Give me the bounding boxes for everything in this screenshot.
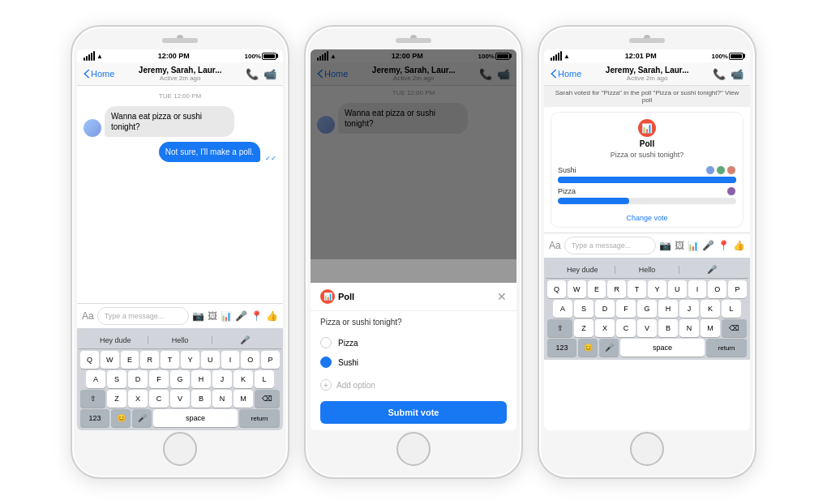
key-3-r[interactable]: R	[607, 280, 626, 298]
key-t[interactable]: T	[161, 351, 179, 369]
poll-close-button[interactable]: ✕	[497, 290, 507, 303]
key-o[interactable]: O	[241, 351, 259, 369]
key-q[interactable]: Q	[80, 351, 99, 369]
key-3-t[interactable]: T	[628, 280, 646, 298]
key-3-o[interactable]: O	[708, 280, 726, 298]
poll-option-pizza[interactable]: Pizza	[320, 333, 507, 352]
key-3-mic[interactable]: 🎤	[599, 339, 619, 357]
suggestion-3-2[interactable]: Hello	[615, 266, 680, 274]
video-icon[interactable]: 📹	[264, 68, 276, 80]
key-3-x[interactable]: X	[595, 319, 615, 337]
key-3-m[interactable]: M	[701, 319, 720, 337]
location-icon[interactable]: 📍	[251, 310, 263, 322]
key-w[interactable]: W	[101, 351, 119, 369]
key-3-emoji[interactable]: 😊	[578, 339, 598, 357]
key-3-l[interactable]: L	[722, 300, 741, 318]
key-3-v[interactable]: V	[637, 319, 657, 337]
location-icon-3[interactable]: 📍	[718, 240, 730, 251]
key-l[interactable]: L	[255, 370, 274, 388]
video-icon-3[interactable]: 📹	[731, 68, 743, 80]
mic-icon[interactable]: 🎤	[235, 310, 247, 322]
key-u[interactable]: U	[201, 351, 220, 369]
key-3-j[interactable]: J	[679, 300, 699, 318]
key-3-f[interactable]: F	[616, 300, 636, 318]
submit-vote-button[interactable]: Submit vote	[320, 401, 507, 424]
key-a[interactable]: A	[86, 370, 105, 388]
key-mic-kb[interactable]: 🎤	[132, 409, 152, 427]
key-3-b[interactable]: B	[658, 319, 678, 337]
camera-icon-3[interactable]: 📷	[659, 240, 671, 251]
camera-icon[interactable]: 📷	[192, 310, 204, 322]
key-3-u[interactable]: U	[668, 280, 687, 298]
key-3-123[interactable]: 123	[547, 339, 576, 357]
key-c[interactable]: C	[149, 390, 169, 408]
message-input[interactable]: Type a message...	[97, 307, 189, 325]
suggestion-mic[interactable]: 🎤	[212, 335, 276, 344]
add-option-row[interactable]: + Add option	[311, 375, 516, 395]
key-3-h[interactable]: H	[658, 300, 678, 318]
key-b[interactable]: B	[191, 390, 211, 408]
poll-option-sushi[interactable]: Sushi	[320, 352, 507, 372]
key-3-a[interactable]: A	[553, 300, 572, 318]
key-3-space[interactable]: space	[620, 339, 705, 357]
key-y[interactable]: Y	[181, 351, 199, 369]
modal-dimmed[interactable]	[311, 49, 516, 283]
poll-icon-3[interactable]: 📊	[688, 241, 699, 251]
like-icon-3[interactable]: 👍	[733, 240, 745, 251]
key-3-g[interactable]: G	[637, 300, 657, 318]
key-shift[interactable]: ⇧	[80, 390, 105, 408]
phone-icon-3[interactable]: 📞	[713, 68, 726, 80]
key-3-e[interactable]: E	[588, 280, 606, 298]
sticker-icon-3[interactable]: 🖼	[675, 240, 684, 251]
key-3-backspace[interactable]: ⌫	[722, 319, 747, 337]
phone-icon[interactable]: 📞	[246, 68, 259, 80]
key-3-y[interactable]: Y	[648, 280, 666, 298]
key-3-p[interactable]: P	[728, 280, 747, 298]
key-h[interactable]: H	[191, 370, 211, 388]
key-m[interactable]: M	[234, 390, 253, 408]
suggestion-3-mic[interactable]: 🎤	[679, 265, 743, 274]
key-3-z[interactable]: Z	[574, 319, 593, 337]
key-3-w[interactable]: W	[568, 280, 586, 298]
key-f[interactable]: F	[149, 370, 169, 388]
key-return[interactable]: return	[239, 409, 280, 427]
radio-pizza[interactable]	[320, 337, 332, 348]
radio-sushi[interactable]	[320, 357, 332, 368]
key-3-s[interactable]: S	[574, 300, 593, 318]
mic-icon-3[interactable]: 🎤	[702, 240, 714, 251]
suggestion-3-1[interactable]: Hey dude	[551, 266, 615, 274]
text-format-icon[interactable]: Aa	[82, 310, 94, 322]
key-s[interactable]: S	[107, 370, 126, 388]
sticker-icon[interactable]: 🖼	[208, 310, 217, 322]
like-icon[interactable]: 👍	[266, 310, 278, 322]
key-e[interactable]: E	[121, 351, 139, 369]
text-format-icon-3[interactable]: Aa	[549, 240, 561, 251]
key-3-i[interactable]: I	[688, 280, 707, 298]
message-input-3[interactable]: Type a message...	[564, 237, 656, 254]
poll-icon-toolbar[interactable]: 📊	[221, 311, 232, 322]
suggestion-1[interactable]: Hey dude	[84, 336, 148, 344]
key-j[interactable]: J	[212, 370, 232, 388]
key-p[interactable]: P	[261, 351, 280, 369]
key-3-k[interactable]: K	[701, 300, 720, 318]
key-123[interactable]: 123	[80, 409, 109, 427]
key-3-c[interactable]: C	[616, 319, 636, 337]
back-button-3[interactable]: Home	[551, 69, 581, 79]
key-backspace[interactable]: ⌫	[255, 390, 280, 408]
key-3-return[interactable]: return	[706, 339, 747, 357]
key-n[interactable]: N	[212, 390, 232, 408]
key-g[interactable]: G	[170, 370, 190, 388]
key-x[interactable]: X	[128, 390, 148, 408]
key-3-q[interactable]: Q	[547, 280, 566, 298]
key-i[interactable]: I	[221, 351, 240, 369]
key-r[interactable]: R	[140, 351, 159, 369]
change-vote-button[interactable]: Change vote	[551, 211, 743, 227]
key-emoji[interactable]: 😊	[111, 409, 131, 427]
key-3-shift[interactable]: ⇧	[547, 319, 572, 337]
back-button[interactable]: Home	[84, 69, 114, 79]
key-space[interactable]: space	[153, 409, 238, 427]
key-3-n[interactable]: N	[679, 319, 699, 337]
key-v[interactable]: V	[170, 390, 190, 408]
key-3-d[interactable]: D	[595, 300, 615, 318]
suggestion-2[interactable]: Hello	[148, 336, 213, 344]
